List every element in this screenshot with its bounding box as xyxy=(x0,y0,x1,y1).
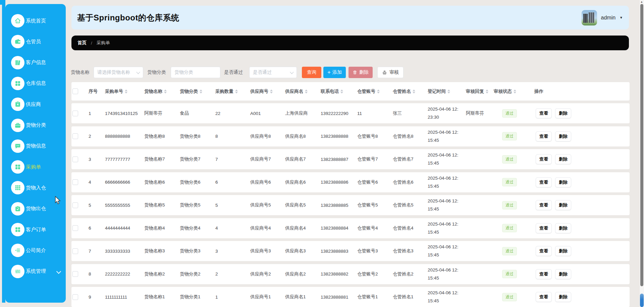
column-header-status[interactable]: 审核状态 xyxy=(494,88,534,95)
cell-value: 2 xyxy=(215,271,218,277)
row-checkbox[interactable] xyxy=(72,157,78,162)
cell-idx: 8 xyxy=(89,271,105,277)
cell-value: 供应商名2 xyxy=(285,271,306,277)
sidebar-item-6[interactable]: 货物分类 xyxy=(5,119,66,132)
view-button[interactable]: 查看 xyxy=(536,177,552,187)
sidebar-item-1[interactable]: 系统首页 xyxy=(5,14,66,27)
row-checkbox[interactable] xyxy=(72,202,78,208)
cell-idx: 5 xyxy=(89,203,105,208)
view-button[interactable]: 查看 xyxy=(536,246,552,256)
column-header-goods_name[interactable]: 货物名称 xyxy=(144,88,180,95)
row-delete-button[interactable]: 删除 xyxy=(555,154,571,164)
row-checkbox[interactable] xyxy=(72,294,78,300)
sidebar-item-8[interactable]: 采购单 xyxy=(5,160,66,174)
column-header-goods_cat[interactable]: 货物分类 xyxy=(180,88,215,95)
row-delete-button[interactable]: 删除 xyxy=(555,200,571,210)
row-delete-button[interactable]: 删除 xyxy=(555,131,571,141)
cell-value: 阿斯蒂芬 xyxy=(466,111,484,116)
sidebar-item-5[interactable]: 供应商 xyxy=(5,98,66,111)
breadcrumb-home[interactable]: 首页 xyxy=(77,40,87,46)
sort-icon[interactable] xyxy=(447,89,450,94)
goods-cat-input[interactable]: 货物分类 xyxy=(171,67,220,78)
sort-icon[interactable] xyxy=(235,89,238,94)
sort-icon[interactable] xyxy=(125,89,127,94)
row-delete-button[interactable]: 删除 xyxy=(555,246,571,256)
sort-icon[interactable] xyxy=(486,89,488,94)
column-header-reg_time[interactable]: 登记时间 xyxy=(428,88,466,95)
view-button[interactable]: 查看 xyxy=(536,154,552,164)
row-checkbox[interactable] xyxy=(72,225,78,231)
sidebar-item-11[interactable]: 客户订单 xyxy=(5,223,66,236)
sort-icon[interactable] xyxy=(340,89,343,94)
sort-icon[interactable] xyxy=(305,89,308,94)
view-button[interactable]: 查看 xyxy=(536,131,552,141)
column-header-mgr_name[interactable]: 仓管姓名 xyxy=(393,88,428,95)
book-icon xyxy=(11,56,24,69)
cell-value: 6 xyxy=(89,226,91,231)
row-checkbox[interactable] xyxy=(72,271,78,277)
sidebar-item-3[interactable]: 客户信息 xyxy=(5,56,66,69)
column-header-qty[interactable]: 采购数量 xyxy=(215,88,250,95)
username[interactable]: admin xyxy=(601,15,616,21)
cell-value: 货物分类8 xyxy=(180,134,201,139)
sidebar-item-2[interactable]: 仓管员 xyxy=(5,35,66,48)
sort-icon[interactable] xyxy=(270,89,273,94)
view-button[interactable]: 查看 xyxy=(536,200,552,210)
row-delete-button[interactable]: 删除 xyxy=(555,108,571,118)
sidebar-item-7[interactable]: 货物信息 xyxy=(5,139,66,153)
sort-icon[interactable] xyxy=(164,89,167,94)
sidebar-item-12[interactable]: 公司简介 xyxy=(5,244,66,257)
sidebar-item-9[interactable]: 货物入仓 xyxy=(5,181,66,194)
view-button[interactable]: 查看 xyxy=(536,292,552,302)
sidebar-item-13[interactable]: 系统管理 xyxy=(5,265,66,278)
audit-button[interactable]: 审核 xyxy=(377,67,404,78)
row-delete-button[interactable]: 删除 xyxy=(555,269,571,279)
cell-value: 供应商名6 xyxy=(285,180,306,185)
reg-time-line2: 15:45 xyxy=(428,159,466,167)
view-button[interactable]: 查看 xyxy=(536,223,552,233)
cell-mgr_name: 仓管姓名3 xyxy=(393,248,428,254)
table-row: 55555555555货物名称5货物分类55供应商号5供应商名513823888… xyxy=(71,195,630,215)
scroll-up-arrow-icon[interactable]: ▲ xyxy=(640,0,643,3)
column-header-supplier_no[interactable]: 供应商号 xyxy=(250,88,285,95)
scrollbar-thumb[interactable] xyxy=(640,4,643,286)
pass-select[interactable]: 是否通过 xyxy=(249,67,297,78)
row-delete-button[interactable]: 删除 xyxy=(555,223,571,233)
cell-idx: 4 xyxy=(89,180,105,185)
row-delete-button[interactable]: 删除 xyxy=(555,177,571,187)
status-badge: 通过 xyxy=(502,270,517,278)
cell-value: A001 xyxy=(250,111,261,116)
row-checkbox[interactable] xyxy=(72,248,78,254)
sort-icon[interactable] xyxy=(413,89,415,94)
column-header-order_no[interactable]: 采购单号 xyxy=(105,88,144,95)
sort-icon[interactable] xyxy=(200,89,202,94)
view-button[interactable]: 查看 xyxy=(536,269,552,279)
cell-supplier_no: 供应商号6 xyxy=(250,179,285,185)
column-header-supplier_name[interactable]: 供应商名 xyxy=(285,88,321,95)
column-header-reply[interactable]: 审核回复 xyxy=(466,88,494,95)
row-checkbox[interactable] xyxy=(72,133,78,139)
goods-name-select[interactable]: 请选择货物名称 xyxy=(94,67,143,78)
cell-status: 通过 xyxy=(494,270,534,278)
cell-status: 通过 xyxy=(494,178,534,186)
sidebar-item-4[interactable]: 仓库信息 xyxy=(5,77,66,90)
view-button[interactable]: 查看 xyxy=(536,108,552,118)
reg-time-line2: 15:45 xyxy=(428,274,466,282)
add-button[interactable]: + 添加 xyxy=(323,67,346,78)
column-header-mgr_account[interactable]: 仓管账号 xyxy=(357,88,393,95)
select-all-checkbox[interactable] xyxy=(72,88,78,94)
row-checkbox[interactable] xyxy=(72,179,78,185)
search-button[interactable]: 查询 xyxy=(302,67,321,78)
row-checkbox[interactable] xyxy=(72,111,78,116)
sort-icon[interactable] xyxy=(514,89,516,94)
scrollbar-track[interactable]: ▲ xyxy=(639,0,644,307)
status-badge: 通过 xyxy=(502,178,517,186)
scroll-indicator[interactable] xyxy=(640,294,644,307)
avatar[interactable] xyxy=(582,10,597,25)
sort-icon[interactable] xyxy=(377,89,380,94)
cell-value: 13823888887 xyxy=(321,157,348,162)
column-header-phone[interactable]: 联系电话 xyxy=(321,88,357,95)
delete-button[interactable]: 删除 xyxy=(348,67,373,78)
user-menu[interactable]: admin ▼ xyxy=(582,10,623,25)
row-delete-button[interactable]: 删除 xyxy=(555,292,571,302)
